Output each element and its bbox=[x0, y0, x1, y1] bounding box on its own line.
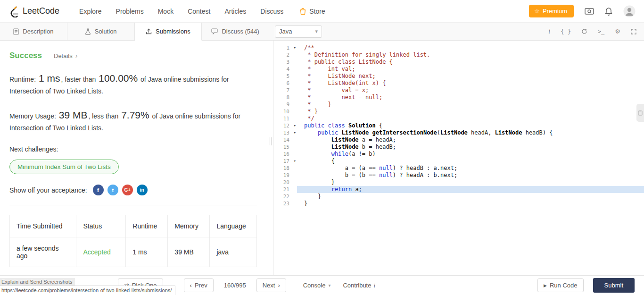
code-line[interactable]: * next = null; bbox=[297, 94, 644, 101]
code-line[interactable]: b = (b == null) ? headA : b.next; bbox=[297, 172, 644, 179]
cell-time: a few seconds ago bbox=[10, 237, 76, 267]
linkedin-icon[interactable]: in bbox=[137, 185, 148, 195]
tab-description[interactable]: Description bbox=[0, 23, 67, 40]
fold-arrow-icon[interactable]: ▾ bbox=[294, 44, 296, 51]
fold-arrow-icon[interactable]: ▾ bbox=[294, 158, 296, 165]
nav-contest[interactable]: Contest bbox=[188, 8, 210, 15]
cell-memory: 39 MB bbox=[168, 237, 210, 267]
chevron-right-icon: › bbox=[278, 282, 280, 289]
reset-code-icon[interactable] bbox=[581, 28, 587, 34]
code-line[interactable]: public ListNode getIntersectionNode(List… bbox=[297, 129, 644, 136]
code-line[interactable]: * val = x; bbox=[297, 87, 644, 94]
code-line[interactable]: * ListNode(int x) { bbox=[297, 80, 644, 87]
language-select[interactable]: Java ▾ bbox=[275, 25, 322, 38]
settings-icon[interactable]: ⚙ bbox=[615, 28, 620, 35]
bell-icon[interactable] bbox=[605, 7, 612, 16]
avatar[interactable] bbox=[623, 5, 636, 17]
main-nav: Explore Problems Mock Contest Articles D… bbox=[79, 8, 283, 15]
code-line[interactable]: ListNode b = headB; bbox=[297, 143, 644, 151]
nav-problems[interactable]: Problems bbox=[116, 8, 144, 15]
line-number: 4 bbox=[286, 66, 289, 72]
line-number: 3 bbox=[286, 59, 289, 65]
leetcode-logo[interactable]: LeetCode bbox=[8, 5, 59, 17]
code-line[interactable]: * public class ListNode { bbox=[297, 59, 644, 66]
memory-percent: 7.79% bbox=[121, 110, 149, 120]
fold-arrow-icon[interactable]: ▾ bbox=[294, 122, 296, 129]
challenge-link[interactable]: Minimum Index Sum of Two Lists bbox=[9, 160, 119, 174]
line-number: 1 bbox=[286, 45, 289, 51]
progress-counter: 160/995 bbox=[224, 282, 246, 289]
code-line[interactable]: return a; bbox=[297, 186, 644, 193]
share-label: Show off your acceptance: bbox=[9, 186, 87, 194]
format-code-icon[interactable]: { } bbox=[561, 28, 571, 35]
screen-capture-icon[interactable] bbox=[585, 8, 594, 15]
code-line[interactable]: } bbox=[297, 179, 644, 186]
run-code-button[interactable]: ▶ Run Code bbox=[537, 278, 583, 292]
prev-button[interactable]: ‹ Prev bbox=[184, 278, 214, 292]
line-number: 13 bbox=[283, 130, 289, 136]
line-number: 22 bbox=[283, 194, 289, 200]
problem-tabs: Description Solution Submissions Discuss… bbox=[0, 23, 269, 40]
panel-splitter[interactable] bbox=[269, 41, 273, 275]
line-number: 23 bbox=[283, 201, 289, 207]
code-line[interactable]: * ListNode next; bbox=[297, 73, 644, 80]
clipboard-icon[interactable] bbox=[636, 104, 644, 122]
code-line[interactable]: while(a != b) bbox=[297, 151, 644, 158]
line-number: 5 bbox=[286, 73, 289, 79]
result-panel: Success Details › Runtime: 1 ms, faster … bbox=[0, 41, 269, 275]
memory-value: 39 MB bbox=[59, 110, 88, 120]
code-line[interactable]: public class Solution { bbox=[297, 122, 644, 129]
code-line[interactable]: /** bbox=[297, 44, 644, 51]
info-icon[interactable]: i bbox=[548, 28, 550, 35]
premium-button[interactable]: ☆ Premium bbox=[529, 5, 574, 17]
nav-discuss[interactable]: Discuss bbox=[260, 8, 283, 15]
editor-tools: i { } >_ ⚙ bbox=[548, 28, 636, 35]
col-time-submitted: Time Submitted bbox=[10, 215, 76, 237]
accepted-link[interactable]: Accepted bbox=[76, 237, 126, 267]
brand-name: LeetCode bbox=[23, 6, 59, 16]
line-number: 17 bbox=[283, 158, 289, 164]
fullscreen-icon[interactable] bbox=[631, 29, 636, 34]
flask-icon bbox=[85, 28, 91, 35]
nav-store[interactable]: Store bbox=[299, 8, 325, 15]
facebook-icon[interactable]: f bbox=[93, 185, 104, 195]
editor-toolbar: Java ▾ i { } >_ ⚙ bbox=[269, 23, 644, 40]
code-line[interactable]: */ bbox=[297, 115, 644, 122]
line-number: 21 bbox=[283, 186, 289, 193]
fold-arrow-icon[interactable]: ▾ bbox=[294, 129, 296, 136]
line-number: 2 bbox=[286, 52, 289, 58]
code-line[interactable]: { bbox=[297, 158, 644, 165]
code-line[interactable]: * int val; bbox=[297, 66, 644, 73]
code-line[interactable]: * Definition for singly-linked list. bbox=[297, 51, 644, 59]
tab-solution[interactable]: Solution bbox=[67, 23, 135, 40]
twitter-icon[interactable]: t bbox=[107, 185, 118, 195]
editor-code[interactable]: /** * Definition for singly-linked list.… bbox=[297, 44, 644, 207]
submissions-table: Time Submitted Status Runtime Memory Lan… bbox=[9, 215, 257, 267]
code-editor[interactable]: 1▾23456789101112▾13▾14151617▾18192021222… bbox=[273, 41, 644, 275]
nav-articles[interactable]: Articles bbox=[224, 8, 246, 15]
tab-submissions[interactable]: Submissions bbox=[135, 23, 202, 41]
nav-mock[interactable]: Mock bbox=[158, 8, 173, 15]
nav-explore[interactable]: Explore bbox=[79, 8, 101, 15]
line-number: 11 bbox=[283, 116, 289, 122]
code-line[interactable]: ListNode a = headA; bbox=[297, 136, 644, 143]
code-line[interactable]: } bbox=[297, 193, 644, 200]
line-number: 7 bbox=[286, 87, 289, 93]
console-toggle[interactable]: Console ▾ bbox=[303, 282, 331, 289]
next-button[interactable]: Next › bbox=[256, 278, 286, 292]
line-number: 16 bbox=[283, 151, 289, 157]
chat-bubble-icon bbox=[211, 28, 218, 34]
contribute-link[interactable]: Contribute i bbox=[343, 282, 375, 289]
code-line[interactable]: * } bbox=[297, 108, 644, 115]
details-link[interactable]: Details › bbox=[54, 52, 77, 59]
col-runtime: Runtime bbox=[126, 215, 168, 237]
code-line[interactable]: * } bbox=[297, 101, 644, 108]
tab-discuss[interactable]: Discuss (544) bbox=[202, 23, 269, 40]
shell-icon[interactable]: >_ bbox=[598, 28, 604, 35]
submit-button[interactable]: Submit bbox=[593, 278, 635, 293]
code-line[interactable]: } bbox=[297, 200, 644, 207]
code-line[interactable]: a = (a == null) ? headB : a.next; bbox=[297, 165, 644, 172]
cell-runtime: 1 ms bbox=[126, 237, 168, 267]
google-plus-icon[interactable]: G+ bbox=[122, 185, 133, 195]
leetcode-logo-icon bbox=[8, 5, 19, 17]
